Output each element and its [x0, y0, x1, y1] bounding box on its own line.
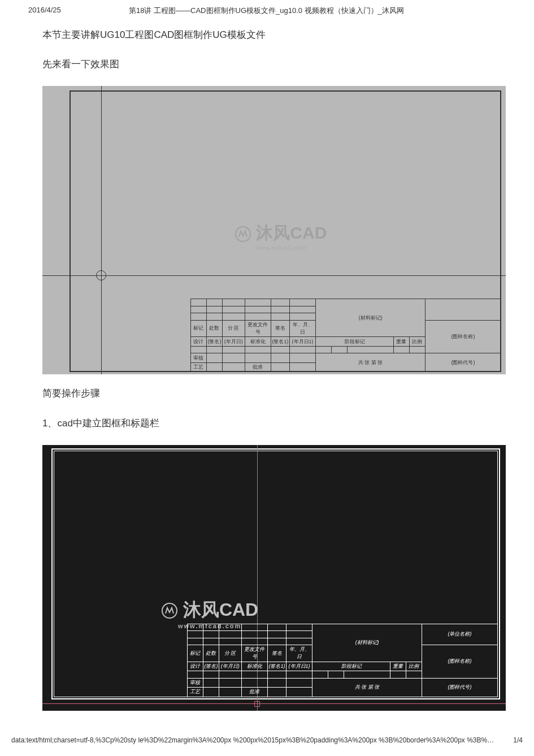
steps-heading: 简要操作步骤 — [42, 386, 492, 401]
page-content: 本节主要讲解UG10工程图CAD图框制作UG模板文件 先来看一下效果图 沐风CA… — [0, 19, 534, 731]
svg-point-0 — [236, 227, 250, 241]
mf-logo-icon-2 — [161, 602, 178, 619]
tb1-zone: 分 区 — [222, 320, 245, 337]
title-block-table-1: (材料标记) 标记 处数 分 区 更改文件号 签名 年、月、日 (图样名称) 设… — [190, 299, 501, 372]
tb1-approve: 批准 — [245, 362, 271, 372]
tb2-date: 年、月、日 — [286, 645, 312, 662]
watermark-sub-1: www.mfcad.com — [235, 245, 327, 251]
step-1-heading: 1、cad中建立图框和标题栏 — [42, 416, 492, 431]
watermark-text-1: 沐风CAD — [256, 223, 327, 242]
crosshair-horizontal-1 — [42, 275, 506, 276]
tb2-sheet: 共 张 第 张 — [312, 678, 422, 697]
tb2-signer1: (签名1) — [268, 662, 286, 671]
tb1-scale: 比例 — [409, 337, 425, 347]
tb1-signer: (签名) — [206, 337, 222, 347]
drawing-name-cell-2: (图样名称) — [422, 645, 497, 678]
title-block-table-2: (材料标记) (单位名称) 标记 处数 分 区 更改文件号 签名 年、月、日 (… — [187, 624, 498, 697]
watermark-1: 沐风CAD www.mfcad.com — [235, 222, 327, 251]
tb2-mark: 标记 — [188, 645, 203, 662]
footer-url: data:text/html;charset=utf-8,%3Cp%20sty … — [11, 736, 513, 744]
tb1-stagemark: 阶段标记 — [316, 337, 394, 347]
tb2-std: 标准化 — [241, 662, 268, 671]
crosshair-center-2-icon — [254, 701, 260, 707]
title-block-2: (材料标记) (单位名称) 标记 处数 分 区 更改文件号 签名 年、月、日 (… — [187, 624, 498, 697]
crosshair-horizontal-2 — [42, 703, 506, 704]
header-title: 第18讲 工程图——CAD图框制作UG模板文件_ug10.0 视频教程（快速入门… — [61, 6, 472, 16]
cad-preview-image-2: 沐风CAD www.mfcad.com (材料标记) (单位名称) 标记 — [42, 445, 506, 711]
tb1-ymd1: (年月日1) — [289, 337, 316, 347]
tb2-weight: 重量 — [390, 662, 406, 671]
mf-logo-icon — [235, 226, 251, 243]
tb2-signer: (签名) — [203, 662, 219, 671]
tb1-std: 标准化 — [245, 337, 271, 347]
tb2-zone: 分 区 — [219, 645, 241, 662]
svg-point-1 — [162, 603, 177, 618]
tb2-scale: 比例 — [406, 662, 422, 671]
drawing-name-cell-1: (图样名称) — [425, 320, 501, 353]
tb1-review: 审核 — [191, 353, 207, 363]
drawing-code-cell-1: (图样代号) — [425, 353, 501, 372]
drawing-code-cell-2: (图样代号) — [422, 678, 497, 697]
tb2-design: 设计 — [188, 662, 203, 671]
tb1-craft: 工艺 — [191, 362, 207, 372]
tb1-ymd: (年月日) — [222, 337, 245, 347]
tb2-count: 处数 — [203, 645, 219, 662]
page-header: 2016/4/25 第18讲 工程图——CAD图框制作UG模板文件_ug10.0… — [0, 0, 534, 19]
tb1-mark: 标记 — [191, 320, 207, 337]
tb2-craft: 工艺 — [188, 688, 203, 697]
tb1-sheet: 共 张 第 张 — [316, 353, 425, 372]
tb1-sign: 签名 — [271, 320, 290, 337]
tb2-ymd1: (年月日1) — [286, 662, 312, 671]
tb2-stagemark: 阶段标记 — [312, 662, 390, 671]
tb1-design: 设计 — [191, 337, 207, 347]
footer-page-number: 1/4 — [513, 736, 523, 744]
tb1-weight: 重量 — [393, 337, 409, 347]
tb1-signer1: (签名1) — [271, 337, 290, 347]
tb1-changedoc: 更改文件号 — [245, 320, 271, 337]
intro-paragraph-2: 先来看一下效果图 — [42, 57, 492, 72]
tb2-review: 审核 — [188, 678, 203, 688]
tb1-count: 处数 — [206, 320, 222, 337]
title-block-1: (材料标记) 标记 处数 分 区 更改文件号 签名 年、月、日 (图样名称) 设… — [190, 299, 501, 372]
intro-paragraph-1: 本节主要讲解UG10工程图CAD图框制作UG模板文件 — [42, 27, 492, 42]
tb2-changedoc: 更改文件号 — [241, 645, 268, 662]
crosshair-vertical-1 — [101, 86, 102, 374]
tb2-ymd: (年月日) — [219, 662, 241, 671]
header-date: 2016/4/25 — [28, 6, 61, 14]
material-mark-cell-1: (材料标记) — [316, 299, 425, 337]
tb2-approve: 批准 — [241, 688, 268, 697]
cad-preview-image-1: 沐风CAD www.mfcad.com (材料标记) 标记 — [42, 86, 506, 374]
company-name-cell-2: (单位名称) — [422, 624, 497, 645]
watermark-text-2: 沐风CAD — [183, 599, 258, 620]
tb2-sign: 签名 — [268, 645, 286, 662]
page-footer: data:text/html;charset=utf-8,%3Cp%20sty … — [0, 731, 534, 750]
material-mark-cell-2: (材料标记) — [312, 624, 422, 662]
tb1-date: 年、月、日 — [289, 320, 316, 337]
